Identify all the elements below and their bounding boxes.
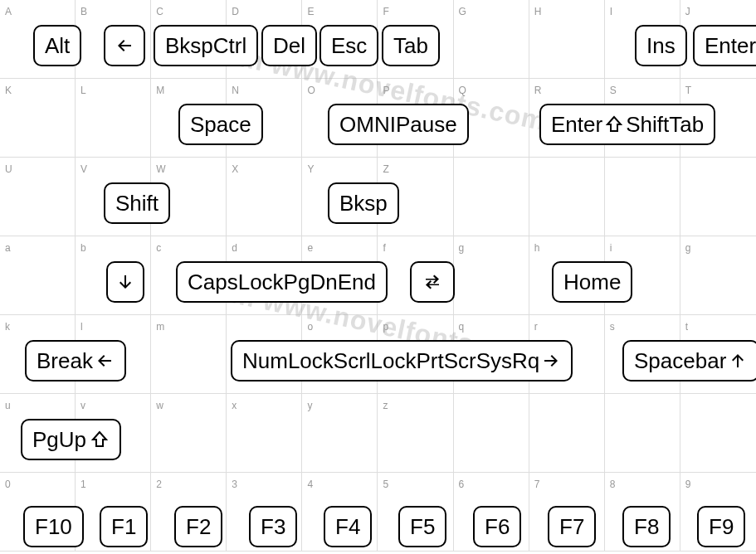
- key-label: BkspCtrl: [165, 35, 246, 56]
- key-esc: Esc: [319, 25, 378, 66]
- cell-label: a: [5, 242, 11, 254]
- cell-label: h: [534, 242, 540, 254]
- key-space: Space: [178, 104, 263, 145]
- cell-label: 3: [232, 479, 237, 490]
- cell-label: m: [156, 321, 164, 333]
- cell-label: P: [383, 85, 389, 96]
- grid-cell: [454, 158, 529, 236]
- key-label: F8: [634, 516, 659, 537]
- grid-cell: X: [227, 158, 302, 236]
- grid-cell: [680, 394, 756, 472]
- arrow-up-icon: [728, 351, 748, 371]
- key-label: Enter: [705, 35, 756, 56]
- cell-label: X: [232, 163, 238, 175]
- cell-label: Q: [459, 85, 466, 96]
- cell-label: r: [534, 321, 538, 333]
- cell-label: f: [383, 242, 385, 254]
- cell-label: 7: [534, 479, 540, 490]
- cell-label: l: [80, 321, 83, 333]
- key-label: Enter: [551, 114, 602, 135]
- cell-label: 4: [307, 479, 313, 490]
- cell-label: C: [156, 6, 163, 17]
- cell-label: 9: [685, 479, 691, 490]
- shift-outline-icon: [604, 114, 624, 134]
- cell-label: p: [383, 321, 388, 333]
- key-label: Spacebar: [634, 350, 726, 372]
- grid-cell: [529, 158, 605, 236]
- key-label: F4: [335, 516, 360, 537]
- key-label: Del: [273, 35, 305, 56]
- grid-cell: a: [0, 236, 76, 314]
- grid-cell: z: [378, 394, 453, 472]
- grid-cell: [680, 158, 756, 236]
- cell-label: O: [307, 85, 315, 96]
- key-label: F1: [111, 516, 136, 537]
- cell-label: b: [80, 242, 86, 254]
- key-break-left: Break: [25, 340, 126, 381]
- key-label: Alt: [45, 35, 70, 56]
- key-label: F2: [186, 516, 211, 537]
- cell-label: v: [80, 400, 85, 411]
- key-ins: Ins: [635, 25, 687, 66]
- cell-label: R: [534, 85, 542, 96]
- grid-cell: g: [454, 236, 529, 314]
- cell-label: o: [307, 321, 313, 333]
- cell-label: 2: [156, 479, 162, 490]
- grid-cell: G: [454, 0, 529, 78]
- key-tab: Tab: [382, 25, 440, 66]
- grid-cell: [605, 394, 680, 472]
- grid-cell: x: [227, 394, 302, 472]
- cell-label: z: [383, 400, 388, 411]
- key-label: F9: [709, 516, 734, 537]
- key-del: Del: [261, 25, 317, 66]
- key-label: NumLockScrlLockPrtScrSysRq: [242, 350, 539, 372]
- cell-label: G: [459, 6, 466, 17]
- key-f3: F3: [249, 506, 297, 547]
- cell-label: w: [156, 400, 163, 411]
- key-f10: F10: [23, 506, 84, 547]
- cell-label: 0: [5, 479, 11, 490]
- key-alt: Alt: [33, 25, 81, 66]
- key-label: Esc: [331, 35, 367, 56]
- key-label: ShiftTab: [626, 114, 704, 135]
- key-label: PgUp: [32, 429, 86, 450]
- cell-label: t: [685, 321, 688, 333]
- cell-label: i: [610, 242, 612, 254]
- cell-label: e: [307, 242, 313, 254]
- key-pgup-shift: PgUp: [21, 419, 121, 460]
- cell-label: Z: [383, 163, 388, 175]
- key-label: OMNIPause: [339, 114, 457, 135]
- key-shift: Shift: [104, 182, 170, 224]
- cell-label: y: [307, 400, 312, 411]
- cell-label: M: [156, 85, 164, 96]
- key-label: F3: [261, 516, 285, 537]
- grid-cell: [454, 394, 529, 472]
- grid-cell: [529, 394, 605, 472]
- key-arrow-down: [106, 261, 144, 303]
- key-home: Home: [552, 261, 632, 303]
- cell-label: g: [459, 242, 465, 254]
- key-label: F6: [485, 516, 510, 537]
- key-spacebar-up: Spacebar: [622, 340, 756, 381]
- grid-cell: K: [0, 79, 76, 157]
- key-enter-shift-tab: Enter ShiftTab: [539, 104, 715, 145]
- cell-label: T: [685, 85, 691, 96]
- tab-arrows-icon: [422, 272, 442, 292]
- cell-label: u: [5, 400, 11, 411]
- key-enter: Enter: [693, 25, 756, 66]
- key-label: Tab: [393, 35, 428, 56]
- key-omni-pause: OMNIPause: [328, 104, 469, 145]
- cell-label: q: [459, 321, 465, 333]
- cell-label: N: [232, 85, 239, 96]
- cell-label: A: [5, 6, 12, 17]
- cell-label: U: [5, 163, 12, 175]
- key-label: F5: [410, 516, 435, 537]
- arrow-down-icon: [115, 272, 135, 292]
- cell-label: 5: [383, 479, 388, 490]
- cell-label: I: [610, 6, 612, 17]
- cell-label: K: [5, 85, 12, 96]
- key-backspace-arrow: [104, 25, 145, 66]
- key-f4: F4: [324, 506, 372, 547]
- key-f2: F2: [174, 506, 222, 547]
- cell-label: H: [534, 6, 542, 17]
